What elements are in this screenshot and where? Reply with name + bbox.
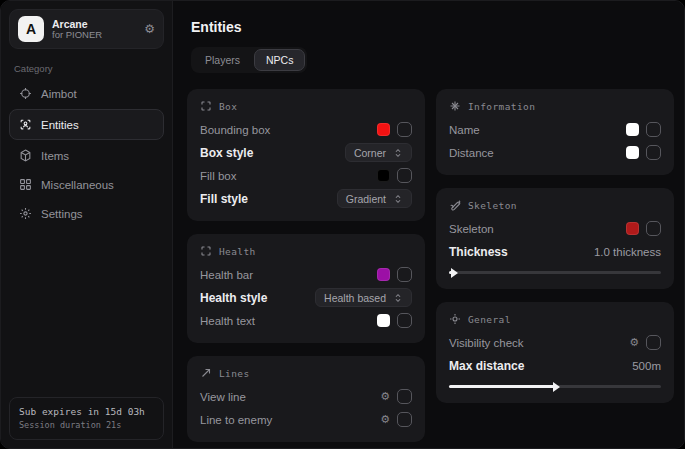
setting-label: Skeleton <box>449 223 494 235</box>
visibility-check-checkbox[interactable] <box>646 335 661 350</box>
max-distance-slider[interactable] <box>449 385 661 388</box>
color-swatch[interactable] <box>626 123 639 136</box>
diagonal-arrow-icon <box>200 367 212 379</box>
setting-row-line-to-enemy: Line to enemy ⚙ <box>200 408 412 431</box>
session-duration-text: Session duration 21s <box>19 419 154 432</box>
setting-label: Health bar <box>200 269 253 281</box>
setting-row-max-distance: Max distance 500m <box>449 354 661 377</box>
setting-row-bounding-box: Bounding box <box>200 118 412 141</box>
sidebar-item-entities[interactable]: Entities <box>9 109 164 140</box>
setting-row-skeleton: Skeleton <box>449 217 661 240</box>
sidebar-item-label: Items <box>41 150 69 162</box>
card-general: General Visibility check ⚙ Max distance … <box>436 302 674 403</box>
main-panel: Entities Players NPCs Box Bounding box <box>173 1 685 448</box>
fill-box-checkbox[interactable] <box>397 168 412 183</box>
tab-players[interactable]: Players <box>193 49 252 71</box>
thickness-slider[interactable] <box>449 271 661 274</box>
gear-icon[interactable]: ⚙ <box>629 337 639 348</box>
sidebar-item-items[interactable]: Items <box>9 142 164 169</box>
color-swatch[interactable] <box>377 169 390 182</box>
line-to-enemy-checkbox[interactable] <box>397 412 412 427</box>
sidebar-item-label: Settings <box>41 208 83 220</box>
tab-bar: Players NPCs <box>191 47 307 73</box>
slider-handle[interactable] <box>451 268 458 278</box>
frame-icon <box>200 100 212 112</box>
color-swatch[interactable] <box>377 123 390 136</box>
max-distance-value: 500m <box>632 360 661 372</box>
setting-row-fill-box: Fill box <box>200 164 412 187</box>
setting-label: View line <box>200 391 246 403</box>
box-style-dropdown[interactable]: Corner <box>345 143 412 162</box>
setting-row-distance: Distance <box>449 141 661 164</box>
left-column: Box Bounding box Box style Corner <box>187 89 425 442</box>
card-lines: Lines View line ⚙ Line to enemy ⚙ <box>187 356 425 442</box>
setting-label: Health text <box>200 315 255 327</box>
app-logo: A <box>18 16 44 42</box>
setting-row-view-line: View line ⚙ <box>200 385 412 408</box>
subscription-info: Sub expires in 15d 03h Session duration … <box>9 397 164 440</box>
setting-label: Line to enemy <box>200 414 272 426</box>
setting-label: Bounding box <box>200 124 270 136</box>
card-title: Box <box>219 101 237 112</box>
setting-row-health-style: Health style Health based <box>200 286 412 309</box>
card-title: Skeleton <box>468 200 517 211</box>
bone-icon <box>449 199 461 211</box>
gear-icon[interactable]: ⚙ <box>380 414 390 425</box>
setting-label: Fill box <box>200 170 236 182</box>
color-swatch[interactable] <box>626 146 639 159</box>
setting-row-name: Name <box>449 118 661 141</box>
app-window: A Arcane for PIONER ⚙ Category Aimbot En… <box>0 0 685 449</box>
health-text-checkbox[interactable] <box>397 313 412 328</box>
health-style-dropdown[interactable]: Health based <box>315 288 412 307</box>
gear-icon <box>19 207 32 220</box>
bounding-box-checkbox[interactable] <box>397 122 412 137</box>
target-icon <box>449 313 461 325</box>
card-box: Box Bounding box Box style Corner <box>187 89 425 221</box>
entities-icon <box>19 118 32 131</box>
name-checkbox[interactable] <box>646 122 661 137</box>
setting-row-visibility-check: Visibility check ⚙ <box>449 331 661 354</box>
color-swatch[interactable] <box>377 314 390 327</box>
skeleton-checkbox[interactable] <box>646 221 661 236</box>
unfold-icon <box>393 293 403 303</box>
sidebar-nav: Aimbot Entities Items Miscellaneous Sett… <box>9 80 164 227</box>
setting-label: Distance <box>449 147 494 159</box>
health-bar-checkbox[interactable] <box>397 267 412 282</box>
app-subtitle: for PIONER <box>52 30 136 41</box>
page-title: Entities <box>191 19 674 35</box>
package-icon <box>19 149 32 162</box>
setting-label: Visibility check <box>449 337 524 349</box>
grid-icon <box>19 178 32 191</box>
crosshair-icon <box>19 87 32 100</box>
sidebar-item-label: Aimbot <box>41 88 77 100</box>
sub-expiry-text: Sub expires in 15d 03h <box>19 405 154 419</box>
setting-row-thickness: Thickness 1.0 thickness <box>449 240 661 263</box>
setting-row-fill-style: Fill style Gradient <box>200 187 412 210</box>
right-column: Information Name Distance <box>436 89 674 442</box>
sidebar-item-miscellaneous[interactable]: Miscellaneous <box>9 171 164 198</box>
setting-label: Name <box>449 124 480 136</box>
card-title: General <box>468 314 511 325</box>
tab-npcs[interactable]: NPCs <box>254 49 305 71</box>
gear-icon[interactable]: ⚙ <box>144 22 155 36</box>
sidebar-item-label: Entities <box>41 119 79 131</box>
setting-label: Max distance <box>449 359 524 373</box>
setting-label: Box style <box>200 146 253 160</box>
brand-card: A Arcane for PIONER ⚙ <box>9 9 164 49</box>
color-swatch[interactable] <box>626 222 639 235</box>
unfold-icon <box>393 148 403 158</box>
slider-handle[interactable] <box>553 382 560 392</box>
fill-style-dropdown[interactable]: Gradient <box>337 189 412 208</box>
view-line-checkbox[interactable] <box>397 389 412 404</box>
sidebar: A Arcane for PIONER ⚙ Category Aimbot En… <box>1 1 173 448</box>
color-swatch[interactable] <box>377 268 390 281</box>
sidebar-item-settings[interactable]: Settings <box>9 200 164 227</box>
card-health: Health Health bar Health style Health ba… <box>187 234 425 343</box>
gear-icon[interactable]: ⚙ <box>380 391 390 402</box>
distance-checkbox[interactable] <box>646 145 661 160</box>
sidebar-item-aimbot[interactable]: Aimbot <box>9 80 164 107</box>
sidebar-item-label: Miscellaneous <box>41 179 114 191</box>
setting-row-health-bar: Health bar <box>200 263 412 286</box>
card-title: Lines <box>219 368 250 379</box>
setting-label: Thickness <box>449 245 508 259</box>
